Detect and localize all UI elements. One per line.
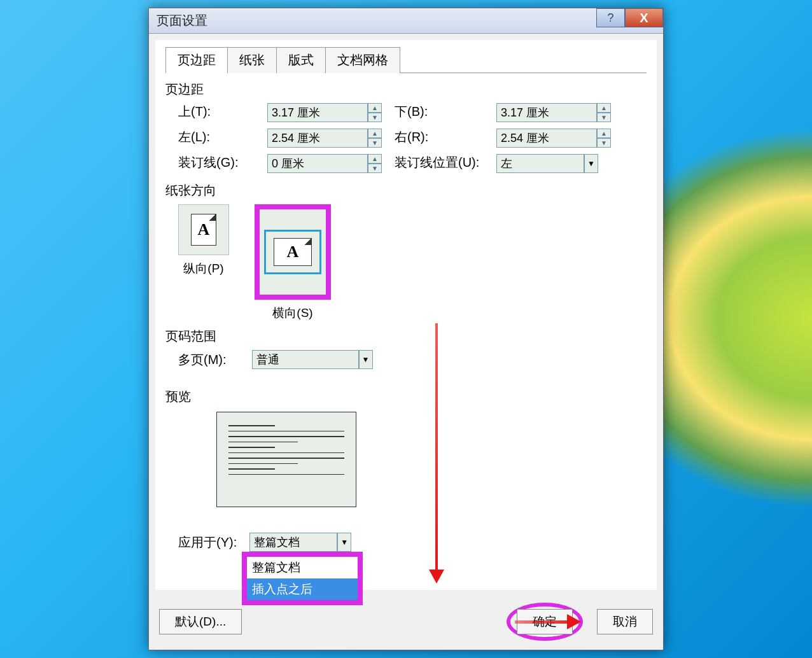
spinner-up-icon[interactable]: ▲ (368, 129, 382, 138)
spinner-up-icon[interactable]: ▲ (597, 129, 611, 138)
spinner-up-icon[interactable]: ▲ (597, 103, 611, 113)
annotation-arrow-down (435, 323, 438, 581)
titlebar: 页面设置 ? X (149, 8, 663, 34)
margins-grid: 上(T): 3.17 厘米 ▲▼ 下(B): 3.17 厘米 ▲▼ 左(L): … (178, 103, 647, 173)
tab-bar: 页边距 纸张 版式 文档网格 (165, 46, 647, 73)
tab-margins[interactable]: 页边距 (165, 47, 228, 73)
spinner-down-icon[interactable]: ▼ (597, 113, 611, 122)
titlebar-buttons: ? X (596, 8, 663, 27)
multipage-row: 多页(M): 普通 ▼ (178, 350, 647, 369)
apply-dropdown-list: 整篇文档 插入点之后 (242, 552, 363, 605)
apply-option-whole[interactable]: 整篇文档 (247, 557, 358, 578)
spinner-up-icon[interactable]: ▲ (368, 103, 382, 113)
right-label: 右(R): (395, 129, 484, 148)
apply-row: 应用于(Y): 整篇文档 ▼ 整篇文档 插入点之后 (178, 533, 647, 552)
left-spinner[interactable]: 2.54 厘米 ▲▼ (267, 129, 382, 148)
orientation-group: A 纵向(P) A 横向(S) (178, 204, 647, 321)
spinner-down-icon[interactable]: ▼ (368, 164, 382, 173)
spinner-up-icon[interactable]: ▲ (368, 154, 382, 164)
apply-option-after-cursor[interactable]: 插入点之后 (247, 578, 358, 600)
left-value[interactable]: 2.54 厘米 (267, 129, 368, 148)
dialog-body: 页边距 纸张 版式 文档网格 页边距 上(T): 3.17 厘米 ▲▼ 下(B)… (155, 40, 657, 590)
gutter-pos-dropdown[interactable]: 左 ▼ (496, 154, 598, 173)
orientation-landscape[interactable]: A 横向(S) (255, 204, 331, 321)
apply-value[interactable]: 整篇文档 (249, 533, 337, 552)
top-value[interactable]: 3.17 厘米 (267, 103, 368, 122)
page-setup-dialog: 页面设置 ? X 页边距 纸张 版式 文档网格 页边距 上(T): 3.17 厘… (148, 8, 664, 650)
tab-layout[interactable]: 版式 (276, 47, 326, 73)
page-range-section-label: 页码范围 (165, 328, 647, 345)
dialog-title: 页面设置 (157, 12, 207, 29)
left-label: 左(L): (178, 129, 255, 148)
dialog-footer: 默认(D)... 确定 取消 (149, 596, 663, 650)
bottom-spinner[interactable]: 3.17 厘米 ▲▼ (496, 103, 611, 122)
gutter-spinner[interactable]: 0 厘米 ▲▼ (267, 154, 382, 173)
multipage-label: 多页(M): (178, 351, 227, 368)
dropdown-arrow-icon[interactable]: ▼ (584, 154, 598, 173)
dropdown-arrow-icon[interactable]: ▼ (337, 533, 351, 552)
gutter-pos-label: 装订线位置(U): (395, 154, 484, 173)
portrait-label: 纵向(P) (183, 260, 223, 277)
portrait-page-icon: A (191, 214, 216, 246)
gutter-pos-value[interactable]: 左 (496, 154, 584, 173)
preview-section-label: 预览 (165, 388, 647, 405)
gutter-label: 装订线(G): (178, 154, 255, 173)
landscape-page-icon: A (274, 238, 312, 266)
close-button[interactable]: X (625, 8, 663, 27)
spinner-down-icon[interactable]: ▼ (368, 113, 382, 122)
margins-section-label: 页边距 (165, 81, 647, 98)
default-button[interactable]: 默认(D)... (159, 609, 242, 634)
right-value[interactable]: 2.54 厘米 (496, 129, 597, 148)
orientation-section-label: 纸张方向 (165, 182, 647, 199)
top-label: 上(T): (178, 103, 255, 122)
cancel-button[interactable]: 取消 (597, 609, 653, 634)
apply-dropdown[interactable]: 整篇文档 ▼ (249, 533, 351, 552)
bottom-label: 下(B): (395, 103, 484, 122)
tab-grid[interactable]: 文档网格 (325, 47, 400, 73)
dropdown-arrow-icon[interactable]: ▼ (359, 350, 373, 369)
spinner-down-icon[interactable]: ▼ (368, 138, 382, 148)
right-spinner[interactable]: 2.54 厘米 ▲▼ (496, 129, 611, 148)
multipage-value[interactable]: 普通 (252, 350, 359, 369)
multipage-dropdown[interactable]: 普通 ▼ (252, 350, 373, 369)
help-button[interactable]: ? (596, 8, 625, 27)
apply-label: 应用于(Y): (178, 534, 237, 551)
preview-page (216, 412, 356, 507)
annotation-arrow-right (515, 620, 578, 624)
top-spinner[interactable]: 3.17 厘米 ▲▼ (267, 103, 382, 122)
gutter-value[interactable]: 0 厘米 (267, 154, 368, 173)
bottom-value[interactable]: 3.17 厘米 (496, 103, 597, 122)
orientation-portrait[interactable]: A 纵向(P) (178, 204, 229, 277)
landscape-label: 横向(S) (272, 305, 312, 321)
tab-paper[interactable]: 纸张 (227, 47, 277, 73)
spinner-down-icon[interactable]: ▼ (597, 138, 611, 148)
